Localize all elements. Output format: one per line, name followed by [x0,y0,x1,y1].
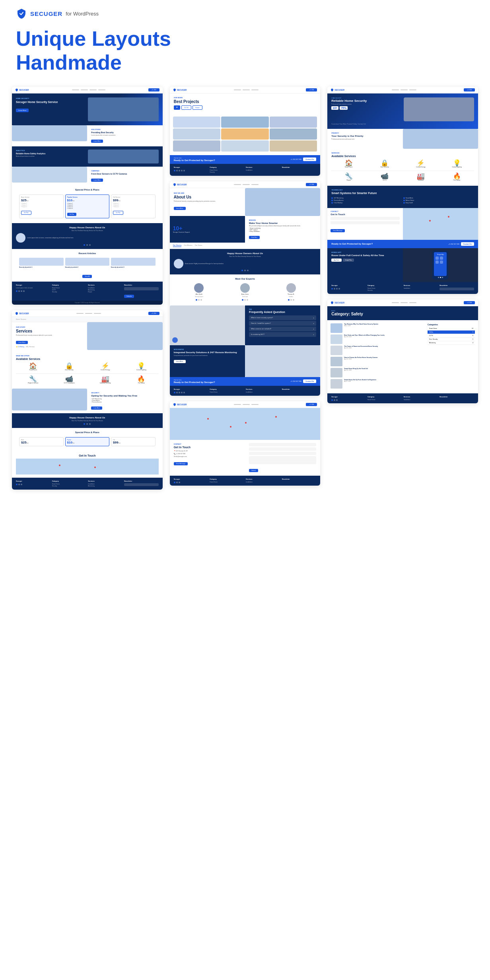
screen-home-2[interactable]: SECUGER +1 234 HOME SECURITY Reliable Ho… [327,87,478,294]
mock-price-basic: Basic Service $25/mo • Feature 1• Featur… [19,194,64,218]
mock-articles-grid: Security tip article 1 Security tip arti… [16,256,159,270]
mock-hero-section: HOME SECURITY Secuger Home Security Serv… [12,93,163,125]
mock-img-1 [12,125,87,141]
screen-contact[interactable]: SECUGER +1 234 CONTACT Get In Touch � [170,401,321,486]
mock-services-pricing: Special Price & Plans Basic $25/mo Popul… [12,428,163,451]
mock-projects-footer: Secuger Category Smart Home Security [170,164,321,176]
mock-smart-systems: TECHNOLOGY Smart Systems for Smarter Fut… [327,186,478,208]
screen-blog[interactable]: SECUGER +1 234 BLOG Category: Safety [327,299,478,403]
mock-testimonial-avatar [16,233,25,243]
mock-services-hero-img [87,322,162,350]
hero-heading: Unique Layouts Handmade [16,27,474,75]
mock-opting-img [12,389,87,410]
mock-logo: SECUGER [15,88,29,91]
mock-contact-map [170,408,321,440]
logo-suffix: for WordPress [66,11,99,17]
mock-services-map [16,459,159,474]
mock-nav-cta: +1 234 [148,88,159,91]
logo-text: SECUGER [30,10,62,17]
mock-services-footer: Secuger Category Smart Home Security Ser… [12,478,163,490]
mock-experts-section: Meet Our Experts Alex Smith Security Exp… [170,274,321,305]
mock-footer: Secuger Lorem ipsum dolor sit amet Categ… [12,282,163,301]
mock-price-full: Full Service $99/mo • Feature 1• Feature… [111,194,156,218]
page-header: SECUGER for WordPress [0,0,490,23]
mock-hero-title: Secuger Home Security Service [16,100,86,104]
screenshot-col-3: SECUGER +1 234 HOME SECURITY Reliable Ho… [327,87,478,490]
mock-services-touch: Get In Touch [12,451,163,478]
mock-testimonial-section: Happy House Owners About Us Give You The… [12,223,163,249]
mock-pricing-cards: Basic Service $25/mo • Feature 1• Featur… [16,193,159,220]
mock-nav: SECUGER +1 234 [12,87,163,93]
mock-hero-image [88,97,158,121]
mock-projects-grid [170,115,321,153]
screen-home-1[interactable]: SECUGER +1 234 HOME SECURITY Secuger Hom… [12,87,163,305]
mock-faq-image [170,305,245,345]
mock-available-services: WHAT WE OFFER Available Services 🏠 Smart… [12,352,163,389]
mock-nav-services: SECUGER +1 234 [12,310,163,317]
mock-team-grid: Alex Smith Security Expert Brian Jones T… [174,282,317,302]
mock-analytics: ANALYTICS Reliable Home Safety Analytics… [12,146,163,167]
mock-price-popular: Popular Service $10/mo • Feature 1• Feat… [65,194,110,218]
screenshots-grid: SECUGER +1 234 HOME SECURITY Secuger Hom… [0,87,490,502]
mock-articles-section: Recent Articles Security tip article 1 S… [12,249,163,282]
mock-faq-section: FAQ Frequently Asked Question What is ho… [245,305,320,345]
mock-cta-banner: PROTECTION Ready to Get Protected by Sec… [170,155,321,164]
mock-phone-mockup: Secuger App [432,251,448,280]
screen-about[interactable]: SECUGER +1 234 WHO WE ARE About Us Profe… [170,181,321,396]
mock-services-testimonial: Happy House Owners About Us Give You The… [12,413,163,428]
mock-nav-links [72,89,105,90]
mock-pricing-section: Special Price & Plans Basic Service $25/… [12,185,163,223]
logo-shield-icon [16,8,27,19]
hero-section: Unique Layouts Handmade [0,23,490,87]
screen-services[interactable]: SECUGER +1 234 Home / Services OUR STORY… [12,310,163,490]
mock-analytics-img [88,150,158,163]
screen-projects[interactable]: SECUGER +1 234 OUR WORK Best Projects Al… [170,87,321,176]
screenshot-col-2: SECUGER +1 234 OUR WORK Best Projects Al… [170,87,321,490]
mock-cctv-img [12,167,87,183]
screenshot-col-1: SECUGER +1 234 HOME SECURITY Secuger Hom… [12,87,163,490]
mock-hero-btn: Learn More [16,109,29,112]
hero-highlight: Unique [16,27,86,50]
mock-blog-grid: Top Reasons Why You Need Home Security S… [327,320,478,393]
